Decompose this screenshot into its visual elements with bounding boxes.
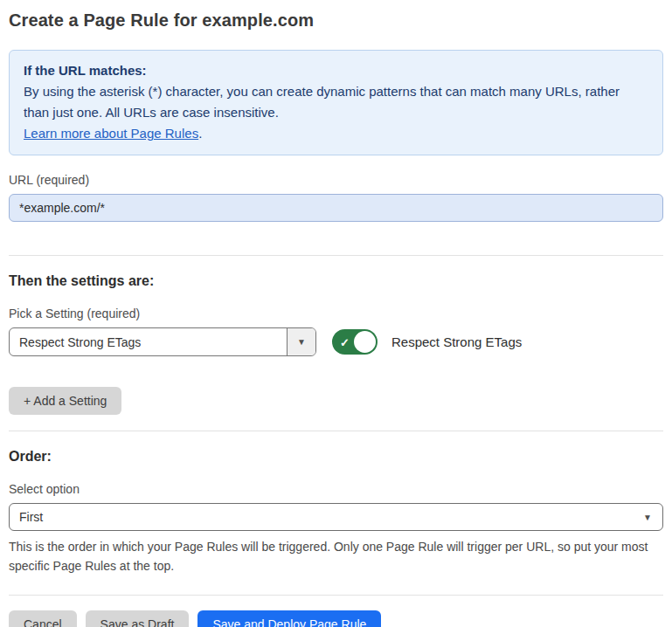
- check-icon: ✓: [340, 335, 350, 348]
- info-box-body: By using the asterisk (*) character, you…: [24, 81, 648, 123]
- order-select[interactable]: First ▼: [9, 503, 663, 531]
- learn-more-link[interactable]: Learn more about Page Rules: [24, 126, 198, 141]
- info-box-heading: If the URL matches:: [24, 60, 648, 81]
- save-draft-button[interactable]: Save as Draft: [86, 610, 190, 627]
- order-heading: Order:: [9, 449, 663, 465]
- url-input[interactable]: [9, 194, 663, 222]
- url-field-label: URL (required): [9, 173, 663, 187]
- order-select-label: Select option: [9, 482, 663, 496]
- save-deploy-button[interactable]: Save and Deploy Page Rule: [197, 610, 381, 627]
- cancel-button[interactable]: Cancel: [9, 610, 77, 627]
- order-help-text: This is the order in which your Page Rul…: [9, 537, 655, 575]
- pick-setting-label: Pick a Setting (required): [9, 307, 663, 320]
- order-select-value: First: [19, 510, 43, 524]
- actions-row: Cancel Save as Draft Save and Deploy Pag…: [9, 610, 663, 627]
- setting-select-value: Respect Strong ETags: [10, 328, 287, 355]
- info-box-link-line: Learn more about Page Rules.: [24, 123, 648, 144]
- setting-select[interactable]: Respect Strong ETags ▼: [9, 327, 316, 356]
- toggle-knob: [354, 331, 376, 353]
- url-match-info-box: If the URL matches: By using the asteris…: [9, 50, 663, 155]
- page-title: Create a Page Rule for example.com: [9, 10, 663, 31]
- divider: [9, 431, 663, 431]
- setting-row: Respect Strong ETags ▼ ✓ Respect Strong …: [9, 327, 663, 356]
- divider: [9, 255, 663, 256]
- settings-heading: Then the settings are:: [9, 273, 663, 289]
- setting-select-arrow-button[interactable]: ▼: [287, 328, 315, 355]
- chevron-down-icon: ▼: [297, 337, 306, 347]
- setting-toggle[interactable]: ✓: [332, 329, 378, 355]
- chevron-down-icon: ▼: [643, 513, 652, 522]
- add-setting-button[interactable]: + Add a Setting: [9, 387, 121, 415]
- link-period: .: [198, 126, 202, 141]
- setting-toggle-label: Respect Strong ETags: [391, 334, 522, 349]
- divider: [9, 595, 663, 596]
